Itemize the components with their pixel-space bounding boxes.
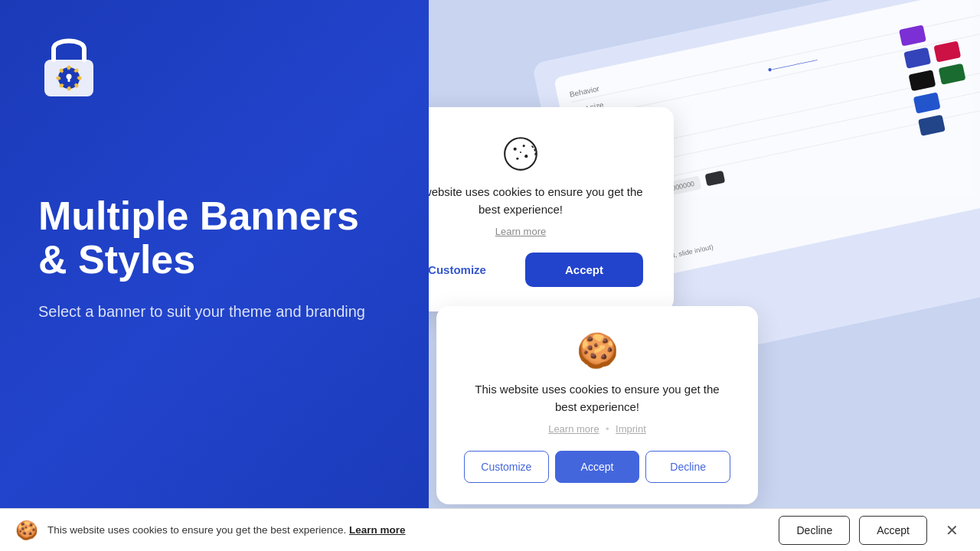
- bottom-bar-message: This website uses cookies to ensure you …: [47, 524, 769, 536]
- banner-2-message: This website uses cookies to ensure you …: [464, 381, 730, 416]
- banner-2-links: Learn more • Imprint: [464, 422, 730, 435]
- svg-point-24: [516, 158, 518, 160]
- banner-1-buttons: Customize Accept: [429, 253, 643, 287]
- svg-point-20: [505, 138, 537, 170]
- banner-2-accept-button[interactable]: Accept: [555, 451, 640, 483]
- left-panel: Multiple Banners & Styles Select a banne…: [0, 0, 429, 551]
- banner-1: This website uses cookies to ensure you …: [429, 107, 674, 311]
- banner-1-message: This website uses cookies to ensure you …: [429, 184, 643, 218]
- cookie-icon-color: 🍪: [464, 331, 730, 370]
- bottom-cookie-bar: 🍪 This website uses cookies to ensure yo…: [0, 508, 980, 551]
- svg-rect-19: [68, 77, 70, 82]
- bottom-learn-more[interactable]: Learn more: [349, 524, 406, 536]
- banner-2-learn-more[interactable]: Learn more: [548, 423, 599, 435]
- right-panel: Behavior Font size ●—————— 24em Layout P…: [429, 0, 980, 551]
- subtitle: Select a banner to suit your theme and b…: [38, 300, 390, 323]
- main-title: Multiple Banners & Styles: [38, 194, 390, 282]
- svg-point-12: [57, 77, 60, 80]
- bottom-accept-button[interactable]: Accept: [859, 516, 927, 545]
- svg-point-17: [75, 84, 79, 88]
- banner-2-decline-button[interactable]: Decline: [645, 451, 730, 483]
- banner-1-customize-button[interactable]: Customize: [429, 253, 516, 287]
- banner-2-imprint[interactable]: Imprint: [616, 423, 646, 435]
- bottom-close-button[interactable]: ✕: [939, 518, 965, 543]
- svg-point-10: [67, 66, 71, 70]
- svg-point-15: [75, 69, 79, 73]
- bottom-cookie-icon: 🍪: [15, 520, 38, 541]
- svg-point-23: [524, 155, 528, 158]
- svg-point-11: [67, 87, 71, 91]
- svg-point-16: [60, 84, 64, 88]
- banner-2: 🍪 This website uses cookies to ensure yo…: [436, 306, 758, 504]
- banner-1-learn-more[interactable]: Learn more: [495, 226, 546, 237]
- banner-1-accept-button[interactable]: Accept: [525, 253, 643, 287]
- cookie-icon-outline: [501, 135, 540, 173]
- logo-icon: [38, 31, 390, 103]
- svg-point-21: [514, 148, 517, 151]
- banner-2-dot: •: [606, 423, 609, 435]
- banner-2-customize-button[interactable]: Customize: [464, 451, 549, 483]
- svg-point-14: [60, 69, 64, 73]
- bottom-decline-button[interactable]: Decline: [779, 516, 850, 545]
- svg-point-13: [78, 77, 82, 80]
- svg-point-22: [523, 145, 525, 147]
- banner-2-buttons: Customize Accept Decline: [464, 451, 730, 483]
- svg-point-25: [520, 152, 521, 153]
